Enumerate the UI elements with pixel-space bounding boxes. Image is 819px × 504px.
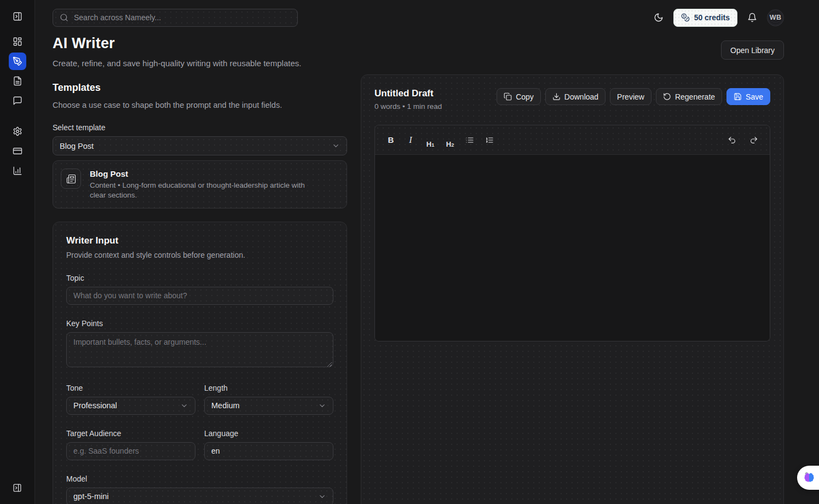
writer-input-panel: Writer Input Provide context and style c… (53, 222, 347, 504)
templates-description: Choose a use case to shape both the prom… (53, 101, 347, 109)
bar-chart-icon (13, 166, 22, 176)
bold-label: B (388, 135, 394, 144)
ai-assistant-fab[interactable] (797, 466, 819, 490)
template-card-blog-post[interactable]: Blog Post Content • Long-form educationa… (53, 160, 347, 208)
key-points-textarea[interactable] (66, 332, 333, 367)
model-select[interactable]: gpt-5-mini (66, 488, 333, 504)
length-select[interactable]: Medium (204, 397, 333, 415)
target-audience-label: Target Audience (66, 429, 195, 438)
chevron-down-icon (318, 493, 326, 501)
preview-button[interactable]: Preview (610, 88, 651, 105)
credits-label: 50 credits (694, 13, 730, 22)
heading1-button[interactable]: H1 (422, 132, 439, 148)
page-subtitle: Create, refine, and save high-quality wr… (53, 59, 301, 68)
file-text-icon (13, 76, 22, 86)
page-title: AI Writer (53, 35, 301, 52)
undo-icon (728, 136, 736, 144)
brain-icon (802, 471, 816, 485)
copy-button-label: Copy (516, 92, 534, 101)
h1-label: H (426, 140, 431, 148)
template-select-value: Blog Post (60, 142, 94, 150)
sidebar-item-settings[interactable] (9, 123, 26, 140)
ordered-list-icon (485, 136, 494, 144)
copy-button[interactable]: Copy (497, 88, 541, 105)
template-select[interactable]: Blog Post (53, 136, 347, 155)
h2-label: H (446, 140, 451, 148)
language-label: Language (204, 429, 333, 438)
key-points-label: Key Points (66, 319, 333, 328)
tone-label: Tone (66, 384, 195, 392)
italic-label: I (409, 135, 412, 145)
notifications-button[interactable] (747, 13, 757, 22)
copy-icon (504, 92, 512, 101)
download-icon (552, 92, 561, 101)
sidebar-item-chat[interactable] (9, 92, 26, 109)
chevron-down-icon (180, 402, 188, 410)
undo-button[interactable] (724, 132, 740, 148)
avatar-initials: WB (770, 14, 781, 21)
ordered-list-button[interactable] (481, 132, 498, 148)
template-card-description: Content • Long-form educational or thoug… (90, 181, 322, 200)
open-library-button[interactable]: Open Library (721, 40, 784, 60)
sidebar-expand-button[interactable] (9, 479, 26, 496)
moon-icon (654, 13, 664, 22)
language-input[interactable] (204, 442, 333, 460)
bell-icon (747, 13, 757, 22)
topbar: 50 credits WB (35, 0, 801, 35)
redo-icon (749, 136, 758, 144)
page-header: AI Writer Create, refine, and save high-… (35, 35, 801, 68)
theme-toggle-button[interactable] (654, 13, 664, 22)
panel-right-icon (13, 11, 22, 21)
gear-icon (13, 126, 22, 136)
tone-select[interactable]: Professional (66, 397, 195, 415)
italic-button[interactable]: I (402, 132, 419, 148)
model-label: Model (66, 474, 333, 483)
dashboard-grid-icon (13, 37, 22, 47)
credits-button[interactable]: 50 credits (673, 9, 737, 27)
panel-expand-icon (13, 483, 22, 493)
template-card-title: Blog Post (90, 169, 322, 178)
editor-content-area[interactable] (375, 155, 770, 341)
templates-heading: Templates (53, 82, 347, 94)
length-select-value: Medium (211, 401, 240, 410)
tone-select-value: Professional (73, 401, 117, 410)
bullet-list-button[interactable] (462, 132, 478, 148)
sidebar-item-analytics[interactable] (9, 162, 26, 179)
user-avatar[interactable]: WB (767, 9, 784, 26)
sidebar-item-dashboard[interactable] (9, 33, 26, 50)
save-icon (734, 92, 742, 101)
sidebar-item-documents[interactable] (9, 72, 26, 90)
newspaper-icon (66, 174, 76, 184)
pen-tool-icon (13, 56, 22, 66)
h1-sub-label: 1 (431, 142, 434, 148)
download-button[interactable]: Download (545, 88, 605, 105)
editor-toolbar: B I H1 H2 (375, 125, 770, 155)
regenerate-button-label: Regenerate (675, 92, 715, 101)
redo-button[interactable] (746, 132, 762, 148)
sidebar-toggle-button[interactable] (9, 8, 26, 25)
sidebar (0, 0, 35, 504)
coins-icon (681, 13, 690, 22)
select-template-label: Select template (53, 123, 347, 132)
preview-button-label: Preview (617, 92, 644, 101)
topic-input[interactable] (66, 287, 333, 305)
sidebar-item-billing[interactable] (9, 142, 26, 160)
regenerate-icon (663, 92, 671, 101)
credit-card-icon (13, 146, 22, 156)
message-square-icon (13, 96, 22, 106)
search-input[interactable] (74, 13, 291, 22)
topic-label: Topic (66, 274, 333, 282)
length-label: Length (204, 384, 333, 392)
global-search[interactable] (53, 9, 298, 27)
h2-sub-label: 2 (451, 142, 454, 148)
sidebar-item-ai-writer[interactable] (9, 53, 26, 70)
save-button[interactable]: Save (726, 88, 770, 105)
heading2-button[interactable]: H2 (442, 132, 458, 148)
target-audience-input[interactable] (66, 442, 195, 460)
regenerate-button[interactable]: Regenerate (656, 88, 722, 105)
bold-button[interactable]: B (383, 132, 399, 148)
writer-input-description: Provide context and style controls befor… (66, 251, 333, 259)
writer-input-heading: Writer Input (66, 235, 333, 246)
save-button-label: Save (746, 92, 763, 101)
draft-title: Untitled Draft (374, 88, 442, 99)
